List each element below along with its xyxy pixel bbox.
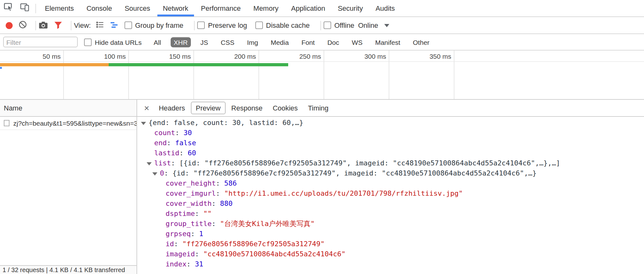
json-tree-row[interactable]: imageid: "cc48190e57100864abc4d55a2c4104… xyxy=(137,249,644,259)
close-icon[interactable]: × xyxy=(140,104,153,112)
checkbox-offline[interactable]: Offline xyxy=(324,21,354,29)
name-column-header[interactable]: Name xyxy=(0,100,137,117)
filter-type-js[interactable]: JS xyxy=(197,37,211,47)
checkbox-group-by-frame[interactable]: Group by frame xyxy=(124,21,183,29)
device-toolbar-button[interactable] xyxy=(16,0,33,16)
tab-memory[interactable]: Memory xyxy=(247,0,285,16)
json-num: 30 xyxy=(184,129,192,137)
tab-security[interactable]: Security xyxy=(331,0,369,16)
json-tree-row[interactable]: index: 31 xyxy=(137,259,644,270)
json-plain: [{id: "ff276e8056f58896e7cf92505a312749"… xyxy=(179,159,560,167)
capture-screenshots-button[interactable] xyxy=(39,20,48,31)
checkbox-label: Hide data URLs xyxy=(95,38,142,46)
json-plain: : xyxy=(171,159,179,167)
json-plain: : xyxy=(195,250,204,258)
json-num: 60 xyxy=(188,149,196,157)
json-tree-row[interactable]: cover_height: 586 xyxy=(137,179,644,189)
large-request-rows-button[interactable] xyxy=(95,20,104,30)
request-row[interactable]: zj?ch=beauty&t1=595&listtype=new&sn=30&l… xyxy=(0,117,137,130)
clear-button[interactable] xyxy=(18,20,27,30)
json-bool: false xyxy=(175,139,196,147)
filter-input[interactable] xyxy=(3,37,78,47)
json-plain: : xyxy=(164,169,173,177)
filter-type-media[interactable]: Media xyxy=(268,37,292,47)
timeline-gridline xyxy=(389,51,389,99)
network-filter-bar: Hide data URLs AllXHRJSCSSImgMediaFontDo… xyxy=(0,34,644,51)
json-name: 0 xyxy=(160,169,164,177)
filter-type-ws[interactable]: WS xyxy=(349,37,366,47)
checkbox-box[interactable] xyxy=(255,21,263,29)
json-plain: : xyxy=(216,179,224,188)
divider xyxy=(320,21,321,30)
filter-type-xhr[interactable]: XHR xyxy=(171,37,191,47)
record-icon xyxy=(6,22,13,29)
checkbox-label: Preserve log xyxy=(208,21,247,29)
disclosure-triangle-icon[interactable] xyxy=(152,172,157,175)
json-tree-row[interactable]: cover_width: 880 xyxy=(137,199,644,209)
ruler-divider xyxy=(0,61,644,62)
detail-tab-preview[interactable]: Preview xyxy=(191,102,226,114)
request-list: zj?ch=beauty&t1=595&listtype=new&sn=30&l… xyxy=(0,117,137,265)
detail-tab-timing[interactable]: Timing xyxy=(303,102,333,114)
filter-type-img[interactable]: Img xyxy=(244,37,261,47)
network-toolbar: View: Group by frame xyxy=(0,17,644,34)
json-tree-row[interactable]: id: "ff276e8056f58896e7cf92505a312749" xyxy=(137,239,644,249)
tab-audits[interactable]: Audits xyxy=(369,0,401,16)
checkbox-disable-cache[interactable]: Disable cache xyxy=(255,21,310,29)
checkbox-box[interactable] xyxy=(197,21,205,29)
detail-tab-response[interactable]: Response xyxy=(227,102,267,114)
filter-button[interactable] xyxy=(54,20,63,31)
detail-tab-cookies[interactable]: Cookies xyxy=(268,102,302,114)
json-plain: : xyxy=(179,149,188,157)
json-tree-row[interactable]: {end: false, count: 30, lastid: 60,…} xyxy=(137,118,644,128)
json-str: "ff276e8056f58896e7cf92505a312749" xyxy=(182,240,325,248)
json-tree-row[interactable]: lastid: 60 xyxy=(137,148,644,158)
json-tree-row[interactable]: cover_imgurl: "http://i1.umei.cc/uploads… xyxy=(137,189,644,199)
checkbox-hide-data-urls[interactable]: Hide data URLs xyxy=(84,38,142,46)
disclosure-triangle-icon[interactable] xyxy=(141,122,146,125)
filter-type-css[interactable]: CSS xyxy=(217,37,237,47)
checkbox-box[interactable] xyxy=(124,21,132,29)
filter-type-doc[interactable]: Doc xyxy=(324,37,342,47)
json-str: "" xyxy=(203,210,212,218)
tab-sources[interactable]: Sources xyxy=(118,0,156,16)
camera-icon xyxy=(39,20,48,31)
tab-performance[interactable]: Performance xyxy=(195,0,247,16)
checkbox-label: Group by frame xyxy=(135,21,183,29)
filter-type-manifest[interactable]: Manifest xyxy=(372,37,403,47)
network-overview[interactable]: 50 ms100 ms150 ms200 ms250 ms300 ms350 m… xyxy=(0,51,644,100)
timeline-tick-label: 300 ms xyxy=(364,52,389,60)
filter-type-font[interactable]: Font xyxy=(298,37,318,47)
json-tree-row[interactable]: dsptime: "" xyxy=(137,209,644,219)
json-str: "cc48190e57100864abc4d55a2c4104c6" xyxy=(203,250,345,258)
json-tree-row[interactable]: 0: {id: "ff276e8056f58896e7cf92505a31274… xyxy=(137,169,644,179)
detail-tab-headers[interactable]: Headers xyxy=(154,102,189,114)
checkbox-box[interactable] xyxy=(84,38,92,46)
filter-type-other[interactable]: Other xyxy=(410,37,433,47)
record-button[interactable] xyxy=(6,22,13,29)
json-tree-row[interactable]: list: [{id: "ff276e8056f58896e7cf92505a3… xyxy=(137,158,644,169)
disclosure-triangle-icon[interactable] xyxy=(147,162,152,165)
tab-console[interactable]: Console xyxy=(80,0,118,16)
tab-application[interactable]: Application xyxy=(285,0,331,16)
checkbox-preserve-log[interactable]: Preserve log xyxy=(197,21,247,29)
request-rows-icon xyxy=(95,20,104,30)
divider xyxy=(194,21,195,30)
network-summary-bar: 1 / 32 requests | 4.1 KB / 4.1 KB transf… xyxy=(0,265,137,274)
throttling-value: Online xyxy=(358,21,378,29)
json-tree-row[interactable]: count: 30 xyxy=(137,128,644,138)
json-tree-row[interactable]: end: false xyxy=(137,138,644,148)
document-icon xyxy=(4,120,9,126)
checkbox-box[interactable] xyxy=(324,21,331,29)
timeline-gridline xyxy=(193,51,194,99)
tab-elements[interactable]: Elements xyxy=(39,0,80,16)
filter-type-all[interactable]: All xyxy=(150,37,164,47)
throttling-dropdown[interactable]: Online xyxy=(358,21,390,29)
summary-text: 1 / 32 requests | 4.1 KB / 4.1 KB transf… xyxy=(3,266,125,273)
json-tree-row[interactable]: group_title: "台湾美女Kila户外唯美写真" xyxy=(137,219,644,229)
show-overview-button[interactable] xyxy=(110,20,118,30)
tab-network[interactable]: Network xyxy=(156,0,195,16)
inspect-element-button[interactable] xyxy=(0,0,16,16)
json-tree-row[interactable]: grpseq: 1 xyxy=(137,229,644,239)
timeline-tick-label: 150 ms xyxy=(169,52,193,60)
